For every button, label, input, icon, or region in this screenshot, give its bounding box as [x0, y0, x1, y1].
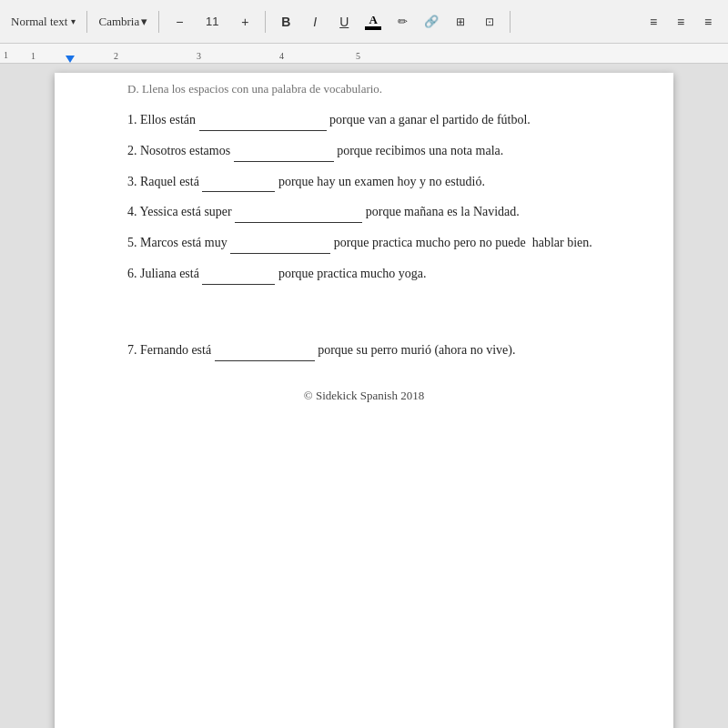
- increase-font-size-button[interactable]: +: [232, 9, 258, 35]
- item-number: 2.: [127, 144, 140, 157]
- text-style-dropdown[interactable]: Normal text ▾: [7, 13, 79, 31]
- ruler-ticks: 1 2 3 4 5: [13, 53, 360, 63]
- item-text-after: porque mañana es la Navidad.: [366, 205, 520, 218]
- item-text-before: Yessica está super: [139, 205, 235, 218]
- blank-field[interactable]: [199, 116, 327, 131]
- item-number: 1.: [127, 113, 140, 126]
- text-style-label: Normal text: [11, 15, 67, 29]
- item-text-before: Marcos está muy: [140, 236, 230, 249]
- item-text-after: porque van a ganar el partido de fútbol.: [329, 113, 531, 126]
- item-text-before: Raquel está: [140, 175, 202, 188]
- copyright-text: © Sidekick Spanish 2018: [127, 389, 601, 403]
- font-family-dropdown[interactable]: Cambria ▾: [95, 13, 151, 31]
- blank-field[interactable]: [202, 270, 275, 285]
- align-group: ≡ ≡ ≡: [641, 9, 721, 35]
- font-chevron-icon: ▾: [141, 15, 147, 29]
- table-button[interactable]: ⊡: [477, 9, 502, 35]
- toolbar-separator-4: [510, 11, 511, 33]
- blank-field[interactable]: [235, 208, 362, 223]
- list-item: 6. Juliana está porque practica mucho yo…: [127, 263, 601, 285]
- item-text-after: porque practica mucho yoga.: [278, 267, 427, 280]
- italic-button[interactable]: I: [302, 9, 328, 35]
- align-left-button[interactable]: ≡: [641, 9, 666, 35]
- blank-field[interactable]: [202, 177, 275, 192]
- toolbar-separator-3: [265, 11, 266, 33]
- list-item: 1. Ellos están porque van a ganar el par…: [127, 109, 601, 131]
- list-item: 2. Nosotros estamos porque recibimos una…: [127, 140, 601, 162]
- document-page: D. Llena los espacios con una palabra de…: [55, 73, 673, 728]
- blank-field[interactable]: [234, 147, 334, 162]
- item-text-after: porque practica mucho pero no puede habl…: [334, 236, 592, 249]
- list-item: 5. Marcos está muy porque practica mucho…: [127, 232, 601, 254]
- item-text-before: Nosotros estamos: [140, 144, 234, 157]
- align-right-button[interactable]: ≡: [695, 9, 721, 35]
- item-number: 3.: [127, 175, 140, 188]
- blank-field[interactable]: [230, 239, 330, 254]
- font-color-button[interactable]: A: [360, 9, 386, 35]
- item-text-before: Juliana está: [140, 267, 202, 280]
- font-color-bar: [365, 26, 381, 30]
- blank-field[interactable]: [215, 347, 315, 361]
- item-7-wrapper: 7. Fernando está porque su perro murió (…: [127, 339, 601, 361]
- highlight-button[interactable]: ✏: [389, 9, 415, 35]
- toolbar-separator-1: [86, 11, 87, 33]
- list-item: 3. Raquel está porque hay un examen hoy …: [127, 171, 601, 193]
- toolbar-separator-2: [158, 11, 159, 33]
- item-number: 6.: [127, 267, 140, 280]
- ruler-left-num: 1: [4, 50, 8, 60]
- list-item: 4. Yessica está super porque mañana es l…: [127, 201, 601, 223]
- ruler: 1 1 2 3 4 5: [0, 44, 728, 64]
- decrease-font-size-button[interactable]: −: [167, 9, 192, 35]
- item-number: 5.: [127, 236, 140, 249]
- insert-special-button[interactable]: ⊞: [448, 9, 473, 35]
- underline-button[interactable]: U: [331, 9, 357, 35]
- list-item: 7. Fernando está porque su perro murió (…: [127, 339, 601, 361]
- item-text-after: porque su perro murió (ahora no vive).: [318, 343, 515, 357]
- item-text-after: porque recibimos una nota mala.: [337, 144, 503, 157]
- bold-button[interactable]: B: [273, 9, 298, 35]
- document-wrapper: D. Llena los espacios con una palabra de…: [0, 64, 728, 728]
- item-number: 7.: [127, 343, 140, 357]
- font-size-input[interactable]: 11: [196, 9, 228, 35]
- ruler-triangle-icon: [66, 56, 75, 63]
- font-family-label: Cambria: [98, 15, 139, 29]
- section-header-partial: D. Llena los espacios con una palabra de…: [127, 82, 601, 96]
- item-text-after: porque hay un examen hoy y no estudió.: [278, 175, 485, 188]
- item-text-before: Ellos están: [140, 113, 199, 126]
- item-text-before: Fernando está: [140, 343, 215, 357]
- align-center-button[interactable]: ≡: [668, 9, 693, 35]
- font-color-label: A: [369, 14, 378, 25]
- toolbar: Normal text ▾ Cambria ▾ − 11 + B I U A ✏…: [0, 0, 728, 44]
- exercise-list: 1. Ellos están porque van a ganar el par…: [127, 109, 601, 285]
- insert-link-button[interactable]: 🔗: [419, 9, 444, 35]
- text-style-chevron-icon: ▾: [71, 16, 76, 26]
- item-number: 4.: [127, 205, 139, 218]
